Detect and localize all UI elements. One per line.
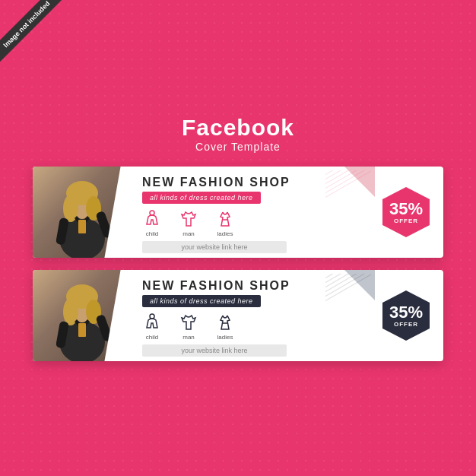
icon-man-dark: man: [179, 313, 198, 341]
hex-text-dark: 35% OFFER: [389, 303, 423, 328]
icon-man-pink: man: [179, 209, 198, 237]
svg-point-9: [150, 211, 154, 215]
tagline-pink: all kinds of dress created here: [142, 192, 261, 204]
icon-label-child-dark: child: [146, 334, 158, 341]
icon-child-pink: child: [142, 209, 162, 237]
diag-line: [325, 170, 371, 184]
icon-label-ladies: ladies: [217, 230, 233, 237]
hex-badge-pink: 35% OFFER: [378, 184, 434, 240]
header-title: Facebook: [182, 115, 294, 141]
banner-photo-dark: [33, 270, 132, 361]
icon-label-man: man: [182, 230, 195, 237]
hex-badge-dark: 35% OFFER: [378, 287, 434, 344]
hex-percent-pink: 35%: [389, 200, 423, 218]
icon-label-ladies-dark: ladies: [217, 334, 233, 341]
banner-card-dark: NEW FASHION SHOP all kinds of dress crea…: [33, 270, 443, 361]
svg-point-21: [150, 314, 154, 319]
banner-photo-pink: [33, 167, 132, 258]
website-link-pink[interactable]: your website link here: [142, 241, 287, 253]
icon-ladies-dark: ladies: [215, 313, 235, 341]
banners-container: NEW FASHION SHOP all kinds of dress crea…: [33, 167, 443, 361]
icon-child-dark: child: [142, 313, 162, 341]
icon-ladies-pink: ladies: [215, 209, 235, 237]
svg-rect-6: [78, 220, 86, 233]
website-link-dark[interactable]: your website link here: [142, 344, 287, 357]
hex-text-pink: 35% OFFER: [389, 200, 423, 225]
page-header: Facebook Cover Template: [182, 115, 294, 153]
hex-percent-dark: 35%: [389, 303, 423, 322]
hex-offer-dark: OFFER: [389, 322, 423, 328]
diagonal-lines-dark: [325, 274, 371, 312]
corner-ribbon: Image not included: [0, 0, 84, 84]
diag-line: [325, 274, 371, 287]
hex-offer-pink: OFFER: [389, 218, 423, 225]
banner-card-pink: NEW FASHION SHOP all kinds of dress crea…: [33, 167, 443, 258]
tagline-dark: all kinds of dress created here: [142, 295, 261, 307]
svg-rect-18: [78, 323, 86, 337]
header-subtitle: Cover Template: [182, 141, 294, 153]
icon-label-child: child: [146, 230, 158, 237]
diagonal-lines-pink: [325, 170, 371, 208]
icon-label-man-dark: man: [182, 334, 195, 341]
ribbon-text: Image not included: [0, 0, 67, 65]
